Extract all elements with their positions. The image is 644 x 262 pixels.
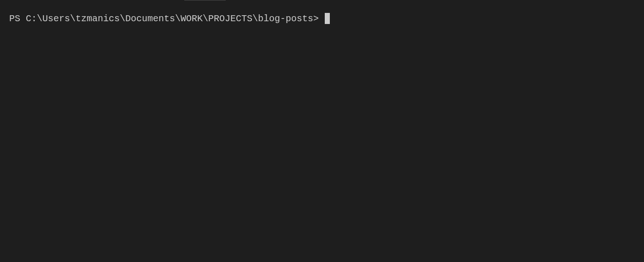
prompt-line[interactable]: PS C:\Users\tzmanics\Documents\WORK\PROJ… bbox=[9, 13, 635, 24]
terminal-panel[interactable]: PS C:\Users\tzmanics\Documents\WORK\PROJ… bbox=[0, 0, 644, 262]
tab-underline bbox=[184, 0, 226, 0]
prompt-text: PS C:\Users\tzmanics\Documents\WORK\PROJ… bbox=[9, 13, 324, 24]
cursor bbox=[325, 13, 330, 24]
